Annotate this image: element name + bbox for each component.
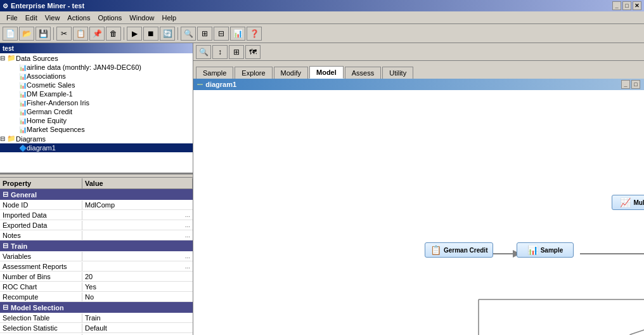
- tree-item-assoc[interactable]: 📊 Associations: [0, 72, 193, 81]
- toolbar-layout[interactable]: ⊟: [214, 27, 229, 41]
- props-col-value: Value: [82, 178, 193, 188]
- tree-item-diagrams[interactable]: ⊟ 📁 Diagrams: [0, 134, 193, 143]
- props-col-property: Property: [0, 178, 82, 188]
- toolbar-sep3: [177, 27, 178, 40]
- title-bar: ⚙ Enterprise Miner - test _ □ ✕: [0, 0, 644, 11]
- left-panel-title: test: [0, 43, 193, 53]
- menu-view[interactable]: View: [41, 13, 64, 23]
- menu-help[interactable]: Help: [158, 13, 180, 23]
- expand-diagrams-icon: ⊟: [0, 135, 5, 142]
- data-icon5: 📊: [19, 100, 27, 107]
- diagrams-folder-icon: 📁: [7, 135, 16, 143]
- node-german-credit-box[interactable]: 📋 German Credit: [425, 242, 493, 258]
- data-icon2: 📊: [19, 73, 27, 80]
- props-header: Property Value: [0, 178, 193, 189]
- menu-options[interactable]: Options: [94, 13, 126, 23]
- toolbar-fit[interactable]: ⊞: [197, 27, 212, 41]
- tab-explore[interactable]: Explore: [235, 67, 272, 79]
- props-row-roc[interactable]: ROC Chart Yes: [0, 282, 193, 292]
- data-icon7: 📊: [19, 117, 27, 124]
- toolbar-run[interactable]: ▶: [127, 27, 142, 41]
- toolbar-stop[interactable]: ⏹: [143, 27, 158, 41]
- toolbar-help2[interactable]: ❓: [247, 27, 262, 41]
- tab-model[interactable]: Model: [309, 66, 344, 79]
- diagram-max-btn[interactable]: □: [631, 80, 640, 89]
- rt-map-icon[interactable]: 🗺: [245, 45, 261, 59]
- tree-item-germancredit[interactable]: 📊 German Credit: [0, 107, 193, 116]
- toolbar-cut[interactable]: ✂: [56, 27, 72, 41]
- tree-item-diagram1[interactable]: 🔷 diagram1: [0, 143, 193, 152]
- toolbar-props[interactable]: 📊: [230, 27, 245, 41]
- diagram-min-btn[interactable]: _: [621, 80, 630, 89]
- menu-edit[interactable]: Edit: [22, 13, 41, 23]
- toolbar-zoom[interactable]: 🔍: [181, 27, 196, 41]
- toolbar-copy[interactable]: 📋: [73, 27, 88, 41]
- tree-item-datasources[interactable]: ⊟ 📁 Data Sources: [0, 53, 193, 63]
- maximize-button[interactable]: □: [622, 1, 631, 10]
- german-credit-icon: 📋: [430, 245, 441, 255]
- diagram-title-bar: ··· diagram1 _ □: [193, 79, 644, 90]
- toolbar-sep1: [53, 27, 54, 40]
- data-icon: 📊: [19, 64, 27, 71]
- toolbar-refresh[interactable]: 🔄: [160, 27, 175, 41]
- data-icon6: 📊: [19, 108, 27, 115]
- props-section-modelsel: ⊟Model Selection: [0, 302, 193, 313]
- props-row-recompute[interactable]: Recompute No: [0, 292, 193, 302]
- node-sample[interactable]: 📊 Sample: [517, 242, 574, 258]
- menu-actions[interactable]: Actions: [63, 13, 94, 23]
- tab-assess[interactable]: Assess: [345, 67, 381, 79]
- props-row-selstat[interactable]: Selection Statistic Default: [0, 323, 193, 333]
- node-german-credit[interactable]: 📋 German Credit: [425, 242, 493, 258]
- node-multiplot[interactable]: 📈 MultiPlot: [612, 195, 644, 210]
- toolbar-paste[interactable]: 📌: [89, 27, 105, 41]
- right-panel: 🔍 ↕ ⊞ 🗺 Sample Explore Modify Model Asse…: [193, 43, 644, 335]
- tab-sample[interactable]: Sample: [196, 67, 233, 79]
- tab-utility[interactable]: Utility: [382, 67, 413, 79]
- tree-item-fisheranderson[interactable]: 📊 Fisher-Anderson Iris: [0, 98, 193, 107]
- tree-item-dmex1[interactable]: 📊 DM Example-1: [0, 89, 193, 98]
- tree-item-cosmsales[interactable]: 📊 Cosmetic Sales: [0, 81, 193, 89]
- properties-panel: Property Value ⊟General Node ID MdlComp …: [0, 178, 193, 335]
- expand-modelsel-icon: ⊟: [3, 303, 8, 312]
- tree-item-airline[interactable]: 📊 airline data (monthly: JAN49-DEC60): [0, 63, 193, 72]
- props-row-numbins[interactable]: Number of Bins 20: [0, 272, 193, 282]
- props-row-exported[interactable]: Exported Data ...: [0, 220, 193, 230]
- connections-svg: [193, 90, 644, 335]
- menu-file[interactable]: File: [3, 13, 22, 23]
- props-row-assessment[interactable]: Assessment Reports ...: [0, 261, 193, 272]
- props-row-seltable[interactable]: Selection Table Train: [0, 313, 193, 323]
- app-icon: ⚙: [3, 3, 8, 10]
- diagram-dots: ···: [197, 81, 203, 88]
- close-button[interactable]: ✕: [633, 1, 641, 10]
- props-section-train: ⊟Train: [0, 240, 193, 251]
- rt-grid-icon[interactable]: ⊞: [229, 45, 244, 59]
- toolbar-delete[interactable]: 🗑: [106, 27, 121, 41]
- props-row-imported[interactable]: Imported Data ...: [0, 210, 193, 220]
- diagram-name: diagram1: [205, 81, 236, 88]
- menu-window[interactable]: Window: [126, 13, 158, 23]
- props-row-variables[interactable]: Variables ...: [0, 251, 193, 261]
- right-toolbar: 🔍 ↕ ⊞ 🗺: [193, 43, 644, 61]
- node-sample-box[interactable]: 📊 Sample: [517, 242, 574, 258]
- main-toolbar: 📄 📂 💾 ✂ 📋 📌 🗑 ▶ ⏹ 🔄 🔍 ⊞ ⊟ 📊 ❓: [0, 24, 644, 43]
- tree-item-homeequity[interactable]: 📊 Home Equity: [0, 116, 193, 125]
- node-multiplot-box[interactable]: 📈 MultiPlot: [612, 195, 644, 210]
- data-icon8: 📊: [19, 126, 27, 133]
- toolbar-open[interactable]: 📂: [19, 27, 34, 41]
- minimize-button[interactable]: _: [612, 1, 621, 10]
- tree-panel: ⊟ 📁 Data Sources 📊 airline data (monthly…: [0, 53, 193, 174]
- props-section-general: ⊟General: [0, 189, 193, 200]
- sample-icon: 📊: [527, 245, 538, 255]
- tab-bar: Sample Explore Modify Model Assess Utili…: [193, 61, 644, 79]
- tree-item-marketseq[interactable]: 📊 Market Sequences: [0, 125, 193, 134]
- toolbar-new[interactable]: 📄: [3, 27, 18, 41]
- rt-zoom-icon[interactable]: 🔍: [196, 45, 211, 59]
- props-row-nodeid[interactable]: Node ID MdlComp: [0, 200, 193, 210]
- tab-modify[interactable]: Modify: [274, 67, 308, 79]
- data-icon3: 📊: [19, 82, 27, 89]
- svg-line-12: [631, 328, 644, 334]
- rt-pan-icon[interactable]: ↕: [212, 45, 228, 59]
- props-row-notes[interactable]: Notes ...: [0, 230, 193, 240]
- diagram-canvas[interactable]: 📋 German Credit 📊 Sample 🗂 Data Parti: [193, 90, 644, 335]
- toolbar-save[interactable]: 💾: [35, 27, 51, 41]
